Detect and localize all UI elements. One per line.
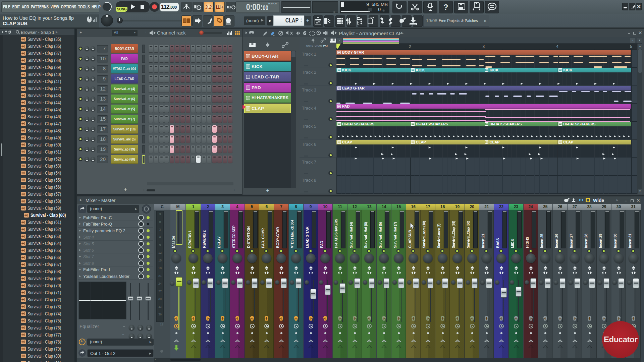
svg-text:?: ? (443, 3, 448, 12)
